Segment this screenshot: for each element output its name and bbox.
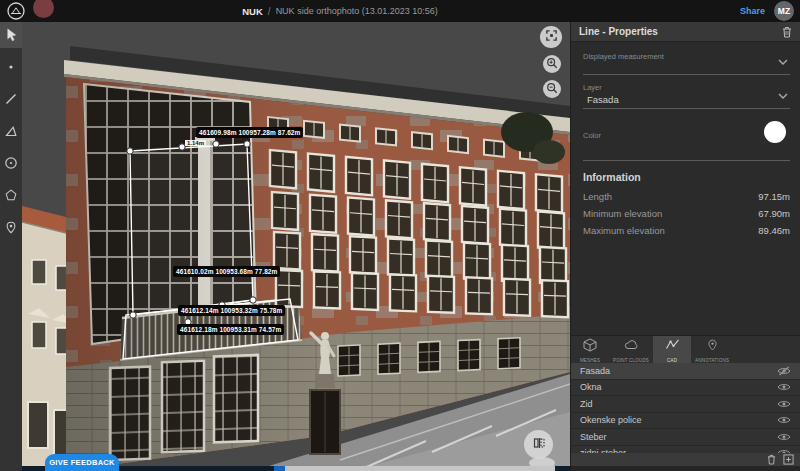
info-row: Maximum elevation 89.46m — [583, 225, 790, 236]
breadcrumb-capture[interactable]: NUK side orthophoto (13.01.2023 10:56) — [276, 6, 438, 16]
layer-label: Zid — [580, 399, 593, 409]
polygon-tool[interactable] — [0, 182, 22, 208]
polygon-icon — [4, 188, 18, 202]
info-value: 89.46m — [758, 225, 790, 236]
information-title: Information — [583, 171, 790, 183]
tools-sidebar — [0, 22, 22, 471]
point-icon — [4, 60, 18, 74]
topbar: NUK / NUK side orthophoto (13.01.2023 10… — [0, 0, 800, 22]
topbar-right: Share MZ — [740, 0, 794, 22]
segment-length-label: 1.14m — [185, 140, 206, 146]
layer-select[interactable]: Layer Fasada — [583, 83, 790, 109]
info-value: 97.15m — [758, 191, 790, 202]
give-feedback-button[interactable]: GIVE FEEDBACK — [45, 454, 119, 471]
tab-label: MESHES — [580, 358, 600, 363]
scene-render — [22, 22, 570, 471]
properties-header: Line - Properties — [571, 22, 800, 42]
trash-icon — [767, 454, 776, 465]
fit-view-button[interactable] — [540, 26, 562, 48]
tab-cad[interactable]: CAD — [653, 336, 691, 363]
layers-tabbar: MESHES POINT CLOUDS CAD — [571, 336, 800, 363]
cube-icon — [583, 338, 597, 356]
layer-row-fasada[interactable]: Fasada — [571, 363, 800, 380]
fit-view-icon — [545, 28, 558, 46]
chevron-down-icon — [778, 51, 788, 69]
zoom-in-button[interactable] — [543, 55, 561, 73]
tab-label: CAD — [667, 358, 677, 363]
field-value — [583, 61, 790, 74]
layer-row-okna[interactable]: Okna — [571, 380, 800, 397]
tab-point-clouds[interactable]: POINT CLOUDS — [609, 336, 653, 363]
eye-icon[interactable] — [777, 415, 791, 425]
circle-icon — [4, 156, 18, 170]
info-row: Length 97.15m — [583, 191, 790, 202]
scrollbar-thumb[interactable] — [285, 466, 555, 471]
info-label: Length — [583, 191, 612, 202]
layer-list: Fasada Okna — [571, 363, 800, 453]
line-icon — [4, 92, 18, 106]
add-layer-button[interactable] — [783, 454, 794, 465]
eye-icon[interactable] — [777, 399, 791, 409]
layer-row-zidni-steber[interactable]: zidni steber — [571, 446, 800, 454]
color-field: Color — [583, 117, 790, 161]
layer-label: Okenske police — [580, 415, 642, 425]
measurement-label: 461609.98m 100957.28m 87.62m — [196, 127, 303, 138]
field-label: Displayed measurement — [583, 52, 790, 61]
field-label: Color — [583, 131, 601, 140]
delete-layer-button[interactable] — [767, 454, 776, 465]
app-window: NUK / NUK side orthophoto (13.01.2023 10… — [0, 0, 800, 471]
trash-icon — [782, 26, 792, 38]
properties-title: Line - Properties — [579, 26, 782, 37]
measurement-label: 461610.02m 100953.68m 77.82m — [173, 266, 280, 277]
info-value: 67.90m — [758, 208, 790, 219]
layers-footer — [571, 453, 800, 466]
pin-icon — [706, 338, 719, 356]
eye-off-icon[interactable] — [777, 366, 791, 376]
marker-tool[interactable] — [0, 214, 22, 240]
layer-row-zid[interactable]: Zid — [571, 396, 800, 413]
properties-panel: Line - Properties Displayed measurement … — [570, 22, 800, 337]
line-tool[interactable] — [0, 86, 22, 112]
layer-row-okenske-police[interactable]: Okenske police — [571, 413, 800, 430]
breadcrumb: NUK / NUK side orthophoto (13.01.2023 10… — [0, 0, 680, 22]
delete-line-button[interactable] — [782, 26, 792, 38]
circle-tool[interactable] — [0, 150, 22, 176]
tab-annotations[interactable]: ANNOTATIONS — [691, 336, 733, 363]
field-label: Layer — [583, 83, 790, 92]
measurement-label: 461612.14m 100953.32m 75.78m — [178, 305, 285, 316]
scrollbar-accent — [274, 466, 285, 471]
point-tool[interactable] — [0, 54, 22, 80]
tab-label: ANNOTATIONS — [695, 358, 729, 363]
tab-label: POINT CLOUDS — [613, 358, 649, 363]
cursor-icon — [4, 27, 19, 43]
cloud-icon — [624, 338, 639, 356]
compare-icon — [532, 436, 546, 454]
pin-icon — [4, 220, 18, 235]
add-layer-icon — [783, 454, 794, 465]
chevron-down-icon — [778, 85, 788, 103]
zoom-in-icon — [546, 55, 558, 73]
eye-icon[interactable] — [777, 432, 791, 442]
info-row: Minimum elevation 67.90m — [583, 208, 790, 219]
share-button[interactable]: Share — [740, 6, 765, 16]
eye-icon[interactable] — [777, 382, 791, 392]
layer-label: Okna — [580, 382, 602, 392]
displayed-measurement-select[interactable]: Displayed measurement — [583, 52, 790, 75]
info-label: Minimum elevation — [583, 208, 662, 219]
zoom-out-button[interactable] — [543, 80, 561, 98]
tab-meshes[interactable]: MESHES — [571, 336, 609, 363]
panel-bottom-strip — [571, 466, 800, 471]
compare-view-button[interactable] — [524, 430, 553, 459]
measurement-label: 461612.18m 100953.31m 74.57m — [177, 324, 284, 335]
zoom-out-icon — [546, 80, 558, 98]
user-avatar[interactable]: MZ — [774, 1, 794, 21]
color-swatch[interactable] — [764, 121, 786, 143]
angle-icon — [4, 124, 18, 138]
polyline-icon — [665, 338, 680, 356]
breadcrumb-project[interactable]: NUK — [242, 6, 263, 17]
viewport-3d[interactable]: 461609.98m 100957.28m 87.62m 1.14m 46161… — [22, 22, 570, 471]
breadcrumb-separator: / — [268, 6, 271, 17]
layer-row-steber[interactable]: Steber — [571, 429, 800, 446]
select-tool[interactable] — [0, 22, 22, 48]
angle-tool[interactable] — [0, 118, 22, 144]
